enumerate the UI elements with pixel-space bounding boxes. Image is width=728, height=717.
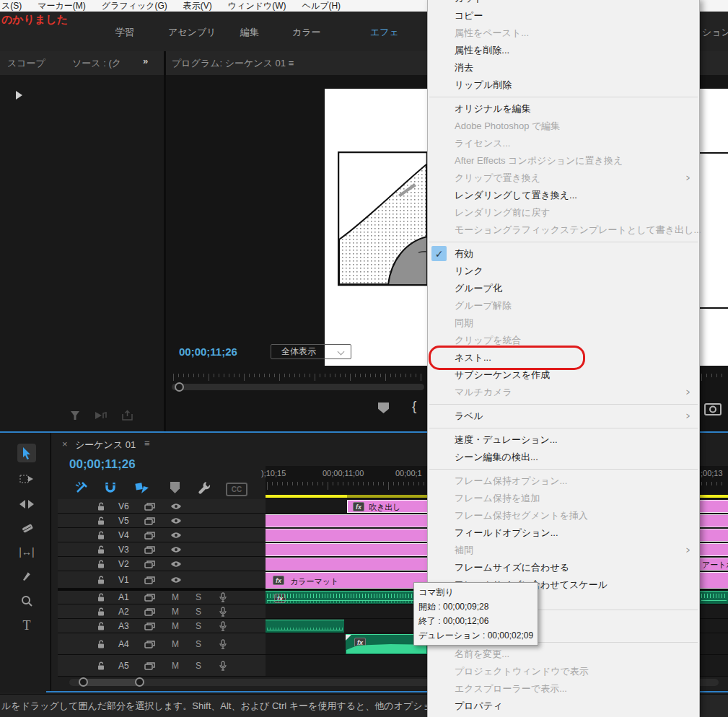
timeline-timecode[interactable]: 00;00;11;26 (69, 457, 136, 472)
menu-item-After Effects コンポジションに置き換え[interactable]: After Effects コンポジションに置き換え (428, 152, 699, 170)
menu-item-コピー[interactable]: コピー (428, 7, 699, 25)
track-mute-button[interactable]: M (172, 607, 179, 617)
track-solo-button[interactable]: S (196, 621, 201, 631)
menu-item-有効[interactable]: 有効✓ (428, 245, 699, 263)
menu-item-フレームサイズに合わせる[interactable]: フレームサイズに合わせる (428, 559, 699, 576)
zoom-handle-right[interactable] (135, 677, 144, 687)
menu-item-フレーム保持セグメントを挿入[interactable]: フレーム保持セグメントを挿入 (428, 507, 699, 524)
export-frame-icon[interactable] (121, 410, 134, 421)
track-lock-icon[interactable] (97, 501, 105, 511)
track-mute-button[interactable]: M (172, 639, 179, 649)
track-lock-icon[interactable] (97, 639, 105, 648)
menu-item-プロパティ[interactable]: プロパティ (428, 698, 699, 715)
menu-item-補間[interactable]: 補間> (428, 542, 699, 559)
track-visibility-eye-icon[interactable] (170, 545, 182, 553)
track-lock-icon[interactable] (97, 592, 105, 602)
workspace-tab-カラー[interactable]: カラー (292, 26, 321, 39)
menu-item-サブシーケンスを作成[interactable]: サブシーケンスを作成 (428, 366, 699, 384)
voiceover-record-mic-icon[interactable] (219, 621, 227, 631)
insert-overwrite-nail-icon[interactable] (74, 480, 89, 495)
track-mute-button[interactable]: M (172, 621, 179, 631)
tab-scopes[interactable]: スコープ (7, 57, 45, 70)
track-source-assign-icon[interactable] (144, 622, 155, 630)
program-timecode[interactable]: 00;00;11;26 (179, 346, 237, 358)
clip-v2-right[interactable]: アートボ (700, 558, 728, 571)
voiceover-record-mic-icon[interactable] (219, 639, 227, 649)
track-lock-icon[interactable] (97, 621, 105, 630)
menu-item-Adobe Photoshop で編集[interactable]: Adobe Photoshop で編集 (428, 118, 699, 135)
slip-tool[interactable]: |↔| (17, 542, 36, 561)
ripple-edit-tool[interactable] (17, 495, 36, 514)
track-source-assign-icon[interactable] (144, 545, 155, 554)
workspace-tab-アセンブリ[interactable]: アセンブリ (168, 26, 216, 39)
menu-item-カット[interactable]: カット (428, 0, 699, 7)
track-visibility-eye-icon[interactable] (170, 516, 182, 524)
snap-magnet-icon[interactable] (103, 480, 118, 495)
export-frame-camera-icon[interactable] (704, 401, 722, 415)
menu-item-リップル削除[interactable]: リップル削除 (428, 76, 699, 94)
track-source-assign-icon[interactable] (144, 560, 155, 568)
program-scroll-handle[interactable] (175, 382, 184, 392)
menu-item-ネスト...[interactable]: ネスト... (428, 349, 699, 366)
workspace-tab-学習[interactable]: 学習 (115, 26, 134, 39)
track-lock-icon[interactable] (97, 545, 105, 554)
menu-item-名前を変更...[interactable]: 名前を変更... (428, 646, 699, 663)
menu-item-同期[interactable]: 同期 (428, 314, 699, 332)
voiceover-record-mic-icon[interactable] (219, 661, 227, 671)
track-name-label[interactable]: V4 (118, 530, 129, 540)
track-lock-icon[interactable] (97, 661, 105, 670)
menu-item-モーショングラフィックステンプレートとして書き出し...[interactable]: モーショングラフィックステンプレートとして書き出し... (428, 221, 699, 239)
menubar-item[interactable]: グラフィック(G) (102, 0, 167, 12)
menu-item-消去[interactable]: 消去 (428, 59, 699, 76)
track-name-label[interactable]: A2 (118, 607, 129, 617)
program-panel-menu-icon[interactable]: ≡ (289, 58, 294, 69)
pen-tool[interactable] (17, 567, 36, 586)
program-scrollbar[interactable] (172, 384, 424, 390)
menu-item-フレーム保持オプション...[interactable]: フレーム保持オプション... (428, 472, 699, 490)
clip-a1-right[interactable] (700, 591, 728, 604)
menu-item-レンダリング前に戻す[interactable]: レンダリング前に戻す (428, 204, 699, 221)
linked-selection-icon[interactable] (134, 480, 150, 495)
menu-item-ラベル[interactable]: ラベル> (428, 408, 699, 425)
menu-item-シーン編集の検出...[interactable]: シーン編集の検出... (428, 449, 699, 466)
track-name-label[interactable]: A4 (118, 639, 129, 649)
track-name-label[interactable]: V3 (118, 545, 129, 555)
clip-v6-right[interactable] (700, 500, 728, 513)
workspace-tab-エフェ[interactable]: エフェ (370, 26, 399, 39)
track-lock-icon[interactable] (97, 559, 105, 568)
track-visibility-eye-icon[interactable] (170, 502, 182, 510)
track-solo-button[interactable]: S (196, 661, 201, 671)
clip-v3[interactable] (266, 543, 427, 556)
workspace-tab-clipped[interactable]: ション (702, 26, 728, 39)
track-source-assign-icon[interactable] (144, 607, 155, 616)
type-tool[interactable]: T (17, 616, 36, 635)
menu-item-リンク[interactable]: リンク (428, 263, 699, 280)
track-mute-button[interactable]: M (172, 661, 179, 671)
track-name-label[interactable]: A1 (118, 592, 129, 602)
clip-v3-right[interactable] (700, 543, 728, 556)
clip-a3[interactable] (266, 620, 344, 633)
menu-item-速度・デュレーション...[interactable]: 速度・デュレーション... (428, 431, 699, 449)
clip-v4[interactable] (266, 529, 427, 542)
menu-item-フレーム保持を追加[interactable]: フレーム保持を追加 (428, 490, 699, 507)
menu-item-プロジェクトウィンドウで表示[interactable]: プロジェクトウィンドウで表示 (428, 663, 699, 680)
voiceover-record-mic-icon[interactable] (219, 592, 227, 602)
menu-item-フィールドオプション...[interactable]: フィールドオプション... (428, 524, 699, 542)
menu-item-属性を削除...[interactable]: 属性を削除... (428, 42, 699, 59)
track-mute-button[interactable]: M (172, 592, 179, 602)
track-name-label[interactable]: V5 (118, 516, 129, 526)
panel-overflow-icon[interactable]: » (143, 56, 148, 66)
tab-program-monitor[interactable]: プログラム: シーケンス 01 ≡ (172, 57, 294, 70)
menubar-item[interactable]: ウィンドウ(W) (228, 0, 286, 12)
disclosure-triangle-icon[interactable] (16, 91, 22, 100)
zoom-tool[interactable] (17, 591, 36, 610)
menubar-item[interactable]: ヘルプ(H) (302, 0, 341, 12)
track-source-assign-icon[interactable] (144, 640, 155, 648)
track-solo-button[interactable]: S (196, 592, 201, 602)
timeline-tab-title[interactable]: シーケンス 01 (75, 439, 136, 452)
track-visibility-eye-icon[interactable] (170, 576, 182, 584)
timeline-panel-menu-icon[interactable]: ≡ (144, 438, 150, 449)
play-audio-icon[interactable] (94, 410, 108, 421)
razor-tool[interactable] (17, 519, 36, 537)
menu-item-クリップを統合[interactable]: クリップを統合 (428, 332, 699, 349)
